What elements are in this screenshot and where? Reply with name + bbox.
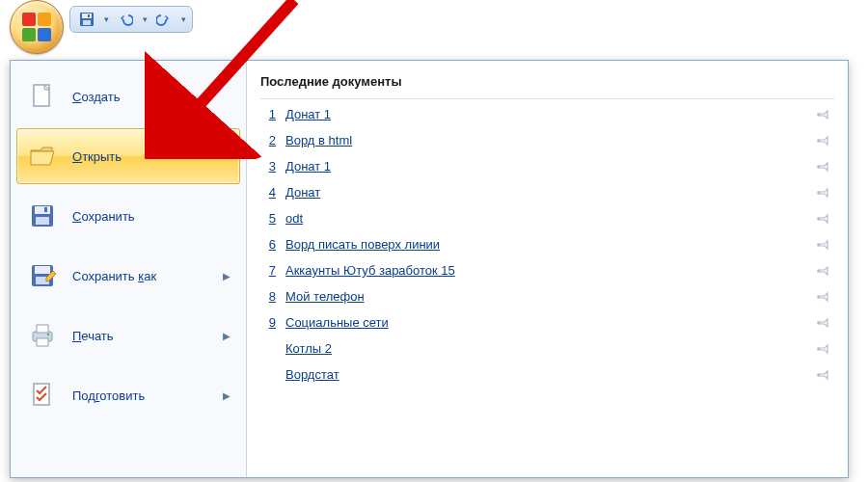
menu-item-label: Создать xyxy=(72,90,231,104)
recent-doc-name: Донат 1 xyxy=(285,107,805,121)
recent-doc-name: Ворд в html xyxy=(285,133,805,147)
recent-doc-item[interactable]: 2Ворд в html xyxy=(260,127,834,153)
recent-doc-name: Аккаунты Ютуб заработок 15 xyxy=(285,263,805,278)
recent-doc-name: Социальные сети xyxy=(285,315,805,330)
office-menu: СоздатьОткрытьСохранитьСохранить как▶Печ… xyxy=(10,60,849,478)
new-doc-icon xyxy=(26,80,59,113)
svg-point-27 xyxy=(818,321,821,324)
qat-customize-dropdown[interactable]: ▾ xyxy=(178,14,188,24)
menu-item-label: Сохранить как xyxy=(72,269,209,283)
recent-doc-name: Донат 1 xyxy=(285,159,805,174)
svg-point-17 xyxy=(47,334,50,336)
menu-item-label: Сохранить xyxy=(72,209,231,224)
recent-doc-index: 6 xyxy=(262,237,276,252)
svg-point-26 xyxy=(818,295,821,298)
redo-button[interactable] xyxy=(151,8,176,31)
recent-doc-item[interactable]: 6Ворд писать поверх линии xyxy=(260,231,834,257)
menu-item-label: Печать xyxy=(72,329,209,343)
svg-point-22 xyxy=(818,191,821,194)
recent-documents-list: 1Донат 12Ворд в html3Донат 14Донат5odt6В… xyxy=(260,101,834,471)
menu-item-prepare[interactable]: Подготовить▶ xyxy=(16,367,240,423)
recent-doc-item[interactable]: Вордстат xyxy=(260,362,834,388)
recent-doc-name: Котлы 2 xyxy=(285,341,805,356)
office-button[interactable] xyxy=(10,0,64,54)
save-as-icon xyxy=(26,259,59,292)
svg-rect-2 xyxy=(83,20,91,25)
svg-point-20 xyxy=(818,139,821,142)
pushpin-icon[interactable] xyxy=(815,186,832,200)
menu-item-open-folder[interactable]: Открыть xyxy=(16,128,240,184)
menu-item-new-doc[interactable]: Создать xyxy=(16,68,240,124)
recent-doc-index: 9 xyxy=(262,315,276,330)
menu-item-save-as[interactable]: Сохранить как▶ xyxy=(16,248,240,304)
open-folder-icon xyxy=(26,140,59,173)
pushpin-icon[interactable] xyxy=(815,108,832,121)
svg-point-28 xyxy=(818,347,821,350)
pushpin-icon[interactable] xyxy=(815,316,832,330)
svg-rect-1 xyxy=(82,13,92,18)
svg-rect-12 xyxy=(35,266,50,274)
menu-item-printer[interactable]: Печать▶ xyxy=(16,308,240,363)
pushpin-icon[interactable] xyxy=(815,212,832,226)
recent-doc-index: 8 xyxy=(262,289,276,304)
svg-point-24 xyxy=(818,243,821,246)
recent-doc-item[interactable]: Котлы 2 xyxy=(260,335,834,362)
recent-doc-item[interactable]: 8Мой телефон xyxy=(260,283,834,309)
undo-icon xyxy=(118,12,133,27)
recent-doc-item[interactable]: 4Донат xyxy=(260,179,834,205)
recent-doc-item[interactable]: 3Донат 1 xyxy=(260,153,834,179)
quick-access-toolbar: ▾ ▾ ▾ xyxy=(69,6,193,33)
svg-point-19 xyxy=(818,113,821,116)
svg-rect-3 xyxy=(88,14,90,17)
recent-documents-title: Последние документы xyxy=(260,70,834,99)
undo-button[interactable] xyxy=(113,8,138,31)
recent-doc-index: 2 xyxy=(262,133,276,147)
recent-doc-name: Ворд писать поверх линии xyxy=(285,237,805,252)
redo-icon xyxy=(156,12,172,27)
recent-doc-index: 4 xyxy=(262,185,276,200)
svg-rect-15 xyxy=(37,325,48,333)
svg-rect-10 xyxy=(44,207,47,212)
recent-doc-index: 5 xyxy=(262,211,276,226)
recent-doc-index: 1 xyxy=(262,107,276,121)
recent-doc-name: Вордстат xyxy=(285,367,805,382)
menu-item-save-disk[interactable]: Сохранить xyxy=(16,188,240,244)
pushpin-icon[interactable] xyxy=(815,368,832,382)
svg-rect-18 xyxy=(34,384,49,405)
recent-doc-item[interactable]: 1Донат 1 xyxy=(260,101,834,127)
save-disk-icon xyxy=(26,200,59,232)
pushpin-icon[interactable] xyxy=(815,264,832,278)
svg-rect-9 xyxy=(36,217,49,225)
printer-icon xyxy=(26,319,59,352)
prepare-icon xyxy=(26,379,59,412)
save-dropdown[interactable]: ▾ xyxy=(101,14,111,24)
svg-rect-16 xyxy=(37,338,48,346)
svg-point-29 xyxy=(818,373,821,376)
submenu-arrow-icon: ▶ xyxy=(223,331,231,341)
recent-doc-item[interactable]: 9Социальные сети xyxy=(260,309,834,335)
svg-point-21 xyxy=(818,165,821,168)
recent-doc-index: 7 xyxy=(262,263,276,278)
recent-doc-name: odt xyxy=(285,211,805,226)
recent-documents-panel: Последние документы 1Донат 12Ворд в html… xyxy=(247,61,848,477)
recent-doc-item[interactable]: 7Аккаунты Ютуб заработок 15 xyxy=(260,257,834,283)
save-button[interactable] xyxy=(74,8,99,31)
office-logo-icon xyxy=(22,13,51,41)
menu-item-label: Подготовить xyxy=(72,388,209,403)
pushpin-icon[interactable] xyxy=(815,238,832,252)
recent-doc-item[interactable]: 5odt xyxy=(260,205,834,231)
svg-point-25 xyxy=(818,269,821,272)
undo-dropdown[interactable]: ▾ xyxy=(140,14,149,24)
recent-doc-name: Мой телефон xyxy=(285,289,805,304)
pushpin-icon[interactable] xyxy=(815,290,832,304)
pushpin-icon[interactable] xyxy=(815,160,832,174)
office-menu-commands: СоздатьОткрытьСохранитьСохранить как▶Печ… xyxy=(11,61,247,477)
pushpin-icon[interactable] xyxy=(815,134,832,147)
pushpin-icon[interactable] xyxy=(815,342,832,356)
floppy-icon xyxy=(79,12,95,27)
recent-doc-name: Донат xyxy=(285,185,805,200)
svg-point-23 xyxy=(818,217,821,220)
submenu-arrow-icon: ▶ xyxy=(223,271,231,281)
submenu-arrow-icon: ▶ xyxy=(223,390,231,401)
menu-item-label: Открыть xyxy=(72,149,231,164)
